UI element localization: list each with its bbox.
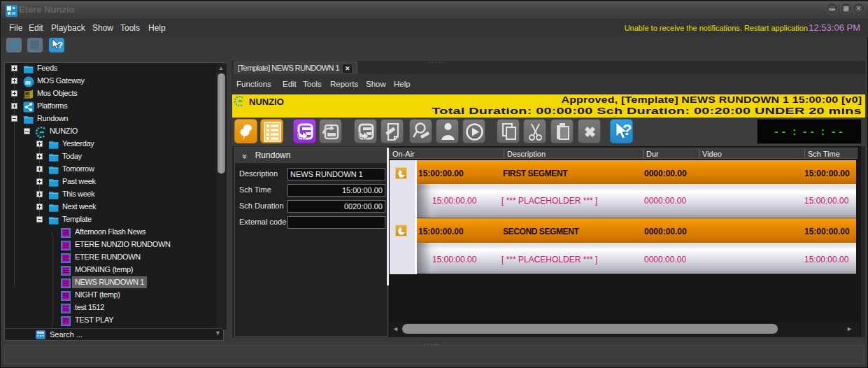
svg-text:?: ? xyxy=(622,121,632,139)
svg-text:?: ? xyxy=(57,40,63,50)
svg-text:m: m xyxy=(25,78,31,86)
